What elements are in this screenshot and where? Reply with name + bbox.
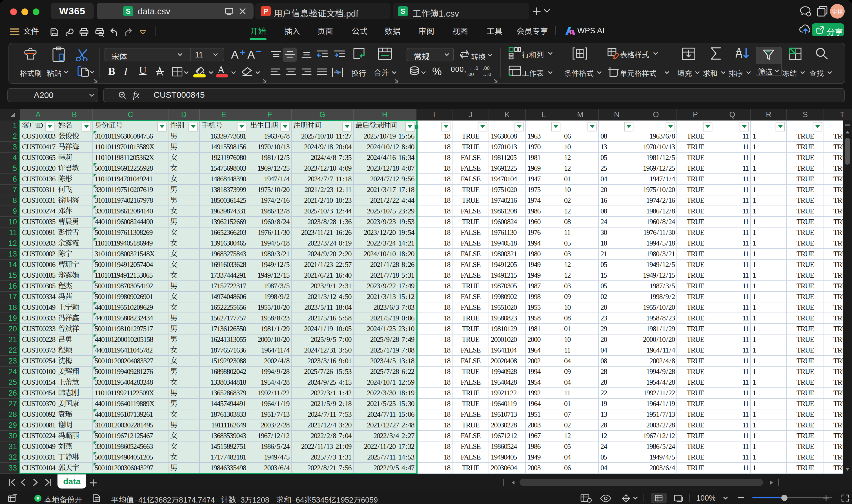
svg-text:.00: .00 xyxy=(467,72,474,77)
svg-text:←.0: ←.0 xyxy=(469,66,478,71)
svg-text:.00: .00 xyxy=(483,66,490,71)
svg-text:→.0: →.0 xyxy=(482,72,491,77)
